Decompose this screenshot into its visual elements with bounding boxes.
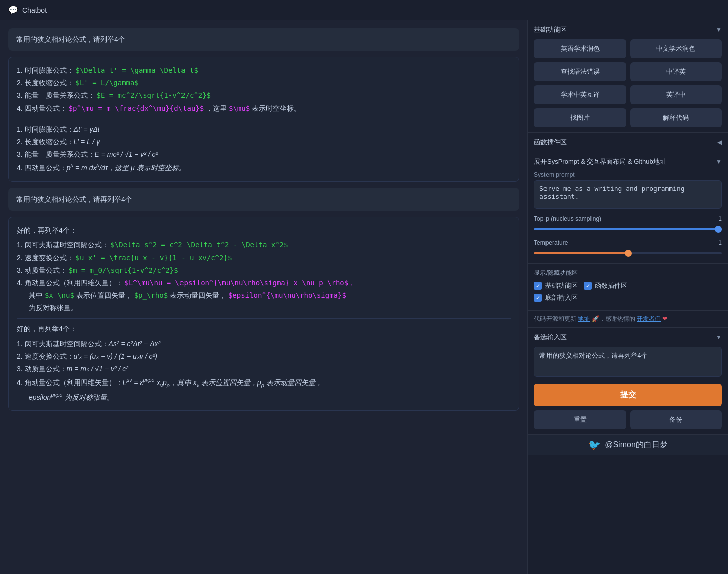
formula-item-2-4-cont: 其中 $x \nu$ 表示位置四矢量， $p_\rho$ 表示动量四矢量， $e… — [17, 289, 511, 302]
copy-button[interactable]: 备份 — [630, 410, 722, 429]
formula-item-2-1: 1. 闵可夫斯基时空间隔公式： $\Delta s^2 = c^2 \Delta… — [17, 239, 511, 251]
rendered-item-2-3: 3. 动质量公式：m = m₀ / √1 − v² / c² — [17, 363, 511, 375]
sysprompt-section: 展开SysPrompt & 交互界面布局 & Github地址 ▼ System… — [528, 152, 728, 264]
top-p-thumb[interactable] — [715, 226, 722, 233]
sysprompt-input[interactable]: Serve me as a writing and programming as… — [534, 180, 722, 209]
sysprompt-label: System prompt — [534, 171, 722, 178]
basic-functions-header: 基础功能区 ▼ — [534, 25, 722, 34]
basic-functions-section: 基础功能区 ▼ 英语学术润色 中文学术润色 查找语法错误 中译英 学术中英互译 … — [528, 20, 728, 133]
sysprompt-arrow: ▼ — [716, 158, 722, 165]
formula-inline: $\mu$ — [229, 104, 250, 112]
rendered-item-2-4-end: epsilonμνρσ 为反对称张量。 — [17, 390, 511, 404]
formula-latex: $L' = L/\gamma$ — [75, 79, 138, 87]
temperature-row: Temperature 1 — [534, 239, 722, 258]
btn-find-image[interactable]: 找图片 — [534, 108, 626, 127]
temperature-fill — [534, 252, 628, 254]
cb-bottom-box: ✓ — [534, 294, 542, 302]
formula-item-2-2: 2. 速度变换公式： $u_x' = \frac{u_x - v}{1 - u_… — [17, 252, 511, 264]
formula-item-1-2: 2. 长度收缩公式： $L' = L/\gamma$ — [17, 77, 511, 89]
intro-text-1: 好的，再列举4个： — [17, 224, 511, 237]
btn-explain-code[interactable]: 解释代码 — [630, 108, 722, 127]
formula-num: 2. 长度收缩公式： — [17, 79, 74, 87]
formula-item-2-4: 4. 角动量公式（利用四维矢量）： $L^\mu\nu = \epsilon^{… — [17, 277, 511, 289]
btn-zh-to-en[interactable]: 中译英 — [630, 62, 722, 81]
function-plugin-arrow: ◀ — [717, 139, 722, 146]
rendered-item-2-1: 1. 闵可夫斯基时空间隔公式：Δs² = c²Δt² − Δx² — [17, 338, 511, 350]
cb-basic-label: 基础功能区 — [545, 281, 578, 290]
temperature-label-row: Temperature 1 — [534, 239, 722, 246]
right-panel: 基础功能区 ▼ 英语学术润色 中文学术润色 查找语法错误 中译英 学术中英互译 … — [527, 20, 728, 574]
top-p-slider[interactable] — [534, 224, 722, 234]
backup-arrow: ▼ — [716, 334, 722, 341]
formula-num: 3. 能量—质量关系公式： — [17, 91, 95, 99]
rendered-item-2-4: 4. 角动量公式（利用四维矢量）：Lμν = εμνρσ xνpρ，其中 xν … — [17, 375, 511, 390]
btn-chinese-polish[interactable]: 中文学术润色 — [630, 39, 722, 58]
formula-item-1-4: 4. 四动量公式： $p^\mu = m \frac{dx^\mu}{d\tau… — [17, 102, 511, 115]
temperature-value: 1 — [718, 239, 722, 246]
divider2 — [17, 318, 511, 319]
app-title: Chatbot — [22, 6, 47, 14]
visibility-label: 显示/隐藏功能区 — [534, 269, 722, 277]
top-p-label: Top-p (nucleus sampling) — [534, 215, 601, 222]
btn-en-to-zh[interactable]: 英译中 — [630, 85, 722, 104]
backup-title: 备选输入区 — [534, 333, 567, 342]
function-plugin-section: 函数插件区 ◀ — [528, 133, 728, 152]
cb-plugin-box: ✓ — [584, 282, 592, 290]
formula-inline3: $epsilon^{\mu\nu\rho\sigma}$ — [228, 291, 346, 299]
formula-inline2: $p_\rho$ — [134, 291, 168, 299]
top-p-fill — [534, 228, 722, 230]
top-p-row: Top-p (nucleus sampling) 1 — [534, 215, 722, 234]
submit-button[interactable]: 提交 — [534, 384, 722, 406]
app-header: 💬 Chatbot — [0, 0, 728, 20]
formula-item-2-4-end: 为反对称张量。 — [17, 302, 511, 314]
rendered-item-2-2: 2. 速度变换公式：u′ₓ = (uₓ − v) / (1 − uₓv / c²… — [17, 350, 511, 363]
btn-academic-translate[interactable]: 学术中英互译 — [534, 85, 626, 104]
rendered-item-1-4: 4. 四动量公式：pμ = m dxμ/dτ，这里 μ 表示时空坐标。 — [17, 161, 511, 174]
formula-item-1-1: 1. 时间膨胀公式： $\Delta t' = \gamma \Delta t$ — [17, 64, 511, 77]
formula-latex: $u_x' = \frac{u_x - v}{1 - u_xv/c^2}$ — [75, 254, 232, 262]
backup-section: 备选输入区 ▼ 常用的狭义相对论公式，请再列举4个 提交 重置 备份 — [528, 328, 728, 435]
formula-latex: $E = mc^2/\sqrt{1-v^2/c^2}$ — [96, 91, 211, 99]
temperature-slider[interactable] — [534, 248, 722, 258]
rendered-list-2: 1. 闵可夫斯基时空间隔公式：Δs² = c²Δt² − Δx² 2. 速度变换… — [17, 338, 511, 404]
temperature-thumb[interactable] — [625, 250, 632, 257]
temperature-track — [534, 252, 722, 254]
btn-grammar-check[interactable]: 查找语法错误 — [534, 62, 626, 81]
btn-english-polish[interactable]: 英语学术润色 — [534, 39, 626, 58]
footer-dev-link[interactable]: 开发者们 — [637, 315, 661, 322]
formula-suffix2: 表示时空坐标。 — [252, 104, 301, 112]
footer-link[interactable]: 地址 — [578, 315, 590, 322]
cb-plugin-label: 函数插件区 — [595, 281, 627, 290]
basic-functions-grid: 英语学术润色 中文学术润色 查找语法错误 中译英 学术中英互译 英译中 找图片 … — [534, 39, 722, 127]
assistant-message-2: 好的，再列举4个： 1. 闵可夫斯基时空间隔公式： $\Delta s^2 = … — [8, 217, 519, 411]
user-message-1: 常用的狭义相对论公式，请列举4个 — [8, 28, 519, 51]
footer-text-before: 代码开源和更新 — [534, 315, 576, 322]
checkbox-plugin[interactable]: ✓ 函数插件区 — [584, 281, 627, 290]
cb-bottom-label: 底部输入区 — [545, 293, 578, 302]
bottom-row: 重置 备份 — [534, 410, 722, 429]
num: 4. 角动量公式（利用四维矢量）： — [17, 279, 123, 287]
sysprompt-title: 展开SysPrompt & 交互界面布局 & Github地址 — [534, 157, 666, 166]
function-plugin-header: 函数插件区 ◀ — [534, 138, 722, 147]
watermark-area: 🐦 @Simon的白日梦 — [528, 435, 728, 455]
chatbot-icon: 💬 — [8, 5, 18, 15]
basic-functions-arrow: ▼ — [716, 26, 722, 33]
backup-textarea[interactable]: 常用的狭义相对论公式，请再列举4个 — [534, 347, 722, 377]
rendered-list-1: 1. 时间膨胀公式：Δt′ = γΔt 2. 长度收缩公式：L′ = L / γ… — [17, 123, 511, 174]
formula-latex: $\Delta s^2 = c^2 \Delta t^2 - \Delta x^… — [110, 241, 288, 249]
visibility-section: 显示/隐藏功能区 ✓ 基础功能区 ✓ 函数插件区 ✓ 底部输入区 — [528, 264, 728, 311]
reset-button[interactable]: 重置 — [534, 410, 626, 429]
checkbox-row-1: ✓ 基础功能区 ✓ 函数插件区 — [534, 281, 722, 290]
chat-messages[interactable]: 常用的狭义相对论公式，请列举4个 1. 时间膨胀公式： $\Delta t' =… — [0, 20, 527, 574]
top-p-value: 1 — [718, 215, 722, 222]
checkbox-basic[interactable]: ✓ 基础功能区 — [534, 281, 578, 290]
num: 3. 动质量公式： — [17, 266, 67, 274]
main-layout: 常用的狭义相对论公式，请列举4个 1. 时间膨胀公式： $\Delta t' =… — [0, 20, 728, 574]
user-message-2-text: 常用的狭义相对论公式，请再列举4个 — [16, 195, 132, 203]
formula-latex: $p^\mu = m \frac{dx^\mu}{d\tau}$ — [68, 104, 204, 112]
watermark-text: @Simon的白日梦 — [605, 440, 668, 450]
num: 2. 速度变换公式： — [17, 254, 74, 262]
checkbox-row-2: ✓ 底部输入区 — [534, 293, 722, 302]
num: 1. 闵可夫斯基时空间隔公式： — [17, 241, 109, 249]
checkbox-bottom[interactable]: ✓ 底部输入区 — [534, 293, 578, 302]
